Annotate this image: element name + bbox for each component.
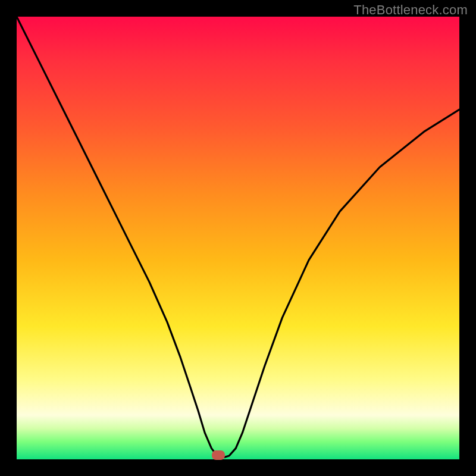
optimum-marker — [212, 450, 225, 460]
plot-area — [17, 17, 459, 459]
watermark-text: TheBottleneck.com — [353, 2, 468, 18]
bottleneck-curve — [17, 17, 459, 459]
chart-frame: TheBottleneck.com — [0, 0, 476, 476]
